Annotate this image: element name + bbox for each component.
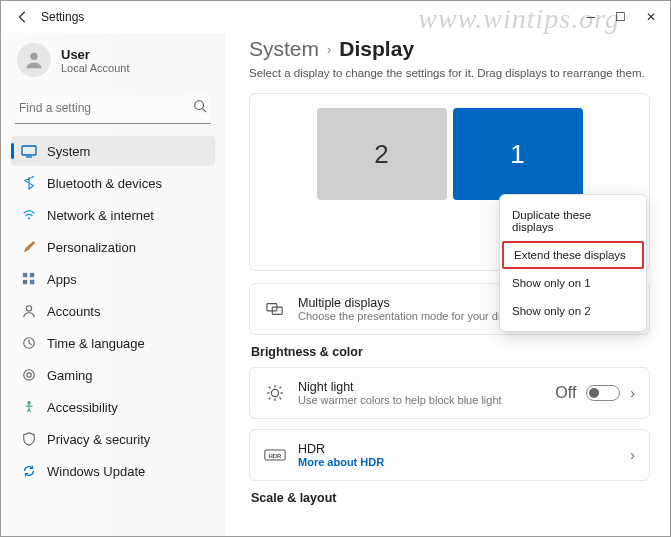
search-box[interactable] xyxy=(15,95,211,124)
svg-rect-3 xyxy=(22,146,36,155)
svg-rect-6 xyxy=(23,273,27,277)
back-button[interactable] xyxy=(9,10,37,24)
nav-time[interactable]: Time & language xyxy=(11,328,215,358)
svg-point-0 xyxy=(30,53,37,60)
clock-icon xyxy=(21,335,37,351)
svg-line-22 xyxy=(269,387,271,389)
nav-label: Accounts xyxy=(47,304,100,319)
chevron-right-icon: › xyxy=(327,42,331,57)
section-scale: Scale & layout xyxy=(251,491,650,505)
monitor-1[interactable]: 1 xyxy=(453,108,583,200)
apps-icon xyxy=(21,271,37,287)
svg-rect-9 xyxy=(30,280,34,284)
dropdown-extend[interactable]: Extend these displays xyxy=(502,241,644,269)
wifi-icon xyxy=(21,207,37,223)
svg-rect-8 xyxy=(23,280,27,284)
titlebar: Settings ─ ☐ ✕ xyxy=(1,1,670,33)
svg-text:HDR: HDR xyxy=(269,453,283,459)
dropdown-duplicate[interactable]: Duplicate these displays xyxy=(500,201,646,241)
search-icon xyxy=(193,99,207,117)
svg-point-13 xyxy=(27,373,31,377)
nav-system[interactable]: System xyxy=(11,136,215,166)
svg-point-17 xyxy=(271,389,278,396)
svg-line-24 xyxy=(280,387,282,389)
hdr-icon: HDR xyxy=(264,448,286,462)
user-name: User xyxy=(61,47,130,62)
brush-icon xyxy=(21,239,37,255)
accounts-icon xyxy=(21,303,37,319)
display-mode-dropdown: Duplicate these displays Extend these di… xyxy=(499,194,647,332)
arrow-left-icon xyxy=(16,10,30,24)
svg-line-25 xyxy=(269,398,271,400)
nav-label: Apps xyxy=(47,272,77,287)
system-icon xyxy=(21,143,37,159)
night-light-toggle[interactable] xyxy=(586,385,620,401)
nav-network[interactable]: Network & internet xyxy=(11,200,215,230)
svg-line-2 xyxy=(203,109,207,113)
avatar xyxy=(17,43,51,77)
account-type: Local Account xyxy=(61,62,130,74)
update-icon xyxy=(21,463,37,479)
page-subtext: Select a display to change the settings … xyxy=(249,67,650,79)
row-title: HDR xyxy=(298,442,618,456)
svg-line-23 xyxy=(280,398,282,400)
maximize-button[interactable]: ☐ xyxy=(615,10,626,24)
section-brightness: Brightness & color xyxy=(251,345,650,359)
nav-label: Gaming xyxy=(47,368,93,383)
svg-point-10 xyxy=(26,306,31,311)
page-title: Display xyxy=(339,37,414,61)
hdr-row[interactable]: HDR HDR More about HDR › xyxy=(249,429,650,481)
night-light-row[interactable]: Night light Use warmer colors to help bl… xyxy=(249,367,650,419)
breadcrumb: System › Display xyxy=(249,37,650,61)
gaming-icon xyxy=(21,367,37,383)
display-arrangement-card: 2 1 Identify Duplicate these displays Ex… xyxy=(249,93,650,271)
chevron-right-icon[interactable]: › xyxy=(630,447,635,463)
nav-update[interactable]: Windows Update xyxy=(11,456,215,486)
nav-privacy[interactable]: Privacy & security xyxy=(11,424,215,454)
displays-icon xyxy=(264,300,286,318)
nav-label: Accessibility xyxy=(47,400,118,415)
hdr-link[interactable]: More about HDR xyxy=(298,456,618,468)
nav-label: Personalization xyxy=(47,240,136,255)
main-content: System › Display Select a display to cha… xyxy=(225,33,670,536)
nav-personalization[interactable]: Personalization xyxy=(11,232,215,262)
shield-icon xyxy=(21,431,37,447)
bluetooth-icon xyxy=(21,175,37,191)
svg-point-12 xyxy=(24,370,35,381)
nav-accessibility[interactable]: Accessibility xyxy=(11,392,215,422)
monitor-layout[interactable]: 2 1 xyxy=(264,108,635,200)
dropdown-show-2[interactable]: Show only on 2 xyxy=(500,297,646,325)
person-icon xyxy=(23,49,45,71)
accessibility-icon xyxy=(21,399,37,415)
nav-label: Network & internet xyxy=(47,208,154,223)
nav-bluetooth[interactable]: Bluetooth & devices xyxy=(11,168,215,198)
svg-point-14 xyxy=(27,401,31,405)
nav-label: System xyxy=(47,144,90,159)
sidebar: User Local Account System Bluetooth & de… xyxy=(1,33,225,536)
nav-apps[interactable]: Apps xyxy=(11,264,215,294)
toggle-state: Off xyxy=(555,384,576,402)
search-input[interactable] xyxy=(19,101,193,115)
minimize-button[interactable]: ─ xyxy=(586,10,595,24)
nav-accounts[interactable]: Accounts xyxy=(11,296,215,326)
user-block[interactable]: User Local Account xyxy=(11,37,215,91)
nav-label: Privacy & security xyxy=(47,432,150,447)
svg-rect-7 xyxy=(30,273,34,277)
svg-point-1 xyxy=(195,101,204,110)
row-desc: Use warmer colors to help block blue lig… xyxy=(298,394,543,406)
nav-list: System Bluetooth & devices Network & int… xyxy=(11,136,215,486)
monitor-2[interactable]: 2 xyxy=(317,108,447,200)
row-title: Night light xyxy=(298,380,543,394)
breadcrumb-parent[interactable]: System xyxy=(249,37,319,61)
window-title: Settings xyxy=(41,10,84,24)
dropdown-show-1[interactable]: Show only on 1 xyxy=(500,269,646,297)
nav-label: Time & language xyxy=(47,336,145,351)
svg-point-5 xyxy=(28,217,30,219)
nav-label: Bluetooth & devices xyxy=(47,176,162,191)
close-button[interactable]: ✕ xyxy=(646,10,656,24)
nav-label: Windows Update xyxy=(47,464,145,479)
sun-icon xyxy=(264,384,286,402)
chevron-right-icon[interactable]: › xyxy=(630,385,635,401)
nav-gaming[interactable]: Gaming xyxy=(11,360,215,390)
